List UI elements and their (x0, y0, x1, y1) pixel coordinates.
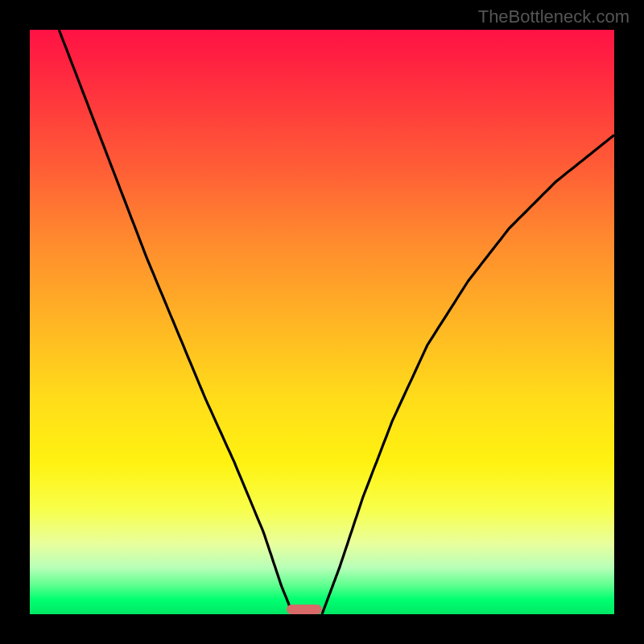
bottleneck-marker (287, 605, 322, 614)
curve-overlay (30, 30, 614, 614)
plot-area (30, 30, 614, 614)
right-curve-line (322, 135, 614, 614)
left-curve-line (59, 30, 292, 614)
watermark-text: TheBottleneck.com (478, 6, 630, 27)
